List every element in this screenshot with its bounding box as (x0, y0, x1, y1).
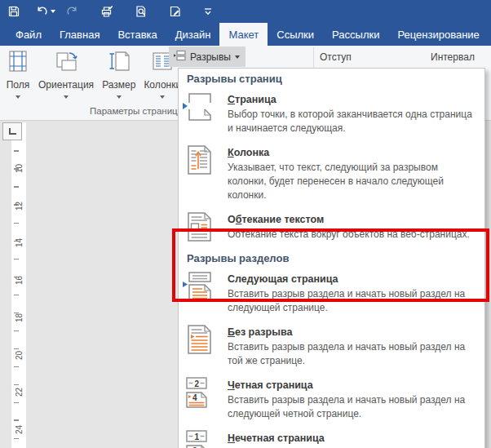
redo-icon (66, 5, 79, 18)
menu-item-column-break[interactable]: Колонка Указывает, что текст, следующий … (179, 141, 484, 208)
margins-button[interactable]: Поля (2, 47, 34, 99)
menu-section-header-section-breaks: Разрывы разделов (179, 248, 484, 268)
menu-item-description: Обтекание текста вокруг объектов на веб-… (228, 228, 477, 242)
menu-item-continuous[interactable]: Без разрыва Вставить разрыв раздела и на… (179, 321, 484, 374)
tab-references[interactable]: Ссылки (268, 23, 323, 46)
indent-label: Отступ (320, 51, 352, 63)
menu-item-odd-page[interactable]: 13 Нечетная страница Вставить разрыв раз… (179, 427, 484, 448)
print-preview-icon (135, 5, 148, 18)
save-icon (7, 5, 20, 18)
text-wrap-icon (182, 211, 215, 242)
menu-item-text-wrapping[interactable]: Обтекание текстом Обтекание текста вокру… (179, 208, 484, 248)
ruler-ticks (14, 134, 19, 448)
menu-item-description: Указывает, что текст, следующий за разры… (228, 161, 477, 202)
left-tab-icon (9, 128, 16, 135)
ruler-number: 14 (15, 238, 24, 248)
page-break-icon (182, 91, 215, 122)
size-icon (107, 49, 131, 77)
edit-document-icon (169, 5, 182, 18)
ribbon-tab-bar: Файл Главная Вставка Дизайн Макет Ссылки… (0, 23, 491, 46)
tab-home[interactable]: Главная (51, 23, 108, 46)
even-page-icon: 24 (182, 377, 215, 408)
orientation-button[interactable]: Ориентация (34, 47, 98, 99)
menu-item-description: Вставить разрыв раздела и начать новый р… (228, 287, 477, 315)
menu-item-page-break[interactable]: Страница Выбор точки, в которой заканчив… (179, 88, 484, 141)
vertical-ruler[interactable]: 10 12 14 16 18 20 22 24 (11, 122, 26, 448)
margins-caret-icon (15, 95, 20, 99)
next-page-icon (182, 271, 215, 302)
menu-item-even-page[interactable]: 24 Четная страница Вставить разрыв разде… (179, 374, 484, 427)
edit-document-button[interactable] (161, 0, 189, 23)
customize-toolbar-button[interactable] (194, 0, 222, 23)
breaks-label: Разрывы (190, 51, 231, 63)
menu-item-description: Вставить разрыв раздела и начать новый р… (228, 393, 477, 421)
page-setup-group: Поля Ориентация Размер Колонки (2, 47, 185, 99)
menu-item-title: Обтекание текстом (228, 214, 324, 225)
ruler-number: 16 (15, 276, 24, 286)
size-button[interactable]: Размер (98, 47, 139, 99)
menu-item-next-page[interactable]: Следующая страница Вставить разрыв разде… (179, 268, 484, 321)
orientation-label: Ориентация (38, 79, 94, 91)
ruler-number: 18 (15, 313, 24, 323)
ruler-number: 24 (15, 425, 24, 435)
menu-item-title: Страница (228, 94, 276, 105)
orientation-icon (54, 49, 78, 77)
columns-caret-icon (160, 95, 165, 99)
redo-button[interactable] (59, 0, 86, 23)
save-button[interactable] (0, 0, 28, 23)
menu-item-title: Следующая страница (228, 273, 338, 285)
size-caret-icon (117, 95, 122, 99)
margins-icon (6, 49, 30, 77)
customize-toolbar-icon (203, 7, 213, 16)
orientation-caret-icon (64, 95, 69, 99)
ruler-number: 12 (15, 202, 24, 211)
menu-item-description: Вставить разрыв раздела и начать новый р… (228, 340, 477, 368)
undo-icon (35, 5, 48, 18)
ruler-number: 10 (15, 164, 24, 174)
margins-label: Поля (7, 79, 30, 91)
page-setup-group-label: Параметры страницы (90, 106, 184, 116)
ruler-number: 22 (15, 388, 24, 397)
svg-text:1: 1 (195, 432, 200, 441)
columns-label: Колонки (144, 79, 181, 91)
menu-item-title: Без разрыва (228, 326, 292, 338)
menu-section-header-page-breaks: Разрывы страниц (179, 69, 484, 88)
tab-selector-button[interactable] (2, 122, 22, 140)
size-label: Размер (102, 79, 135, 91)
breaks-icon (173, 49, 186, 64)
spacing-label: Интервал (431, 51, 475, 63)
print-preview-button[interactable] (127, 0, 155, 23)
tab-review[interactable]: Рецензирование (388, 23, 488, 46)
tab-mailings[interactable]: Рассылки (323, 23, 388, 46)
breaks-dropdown-menu: Разрывы страниц Страница Выбор точки, в … (178, 68, 485, 448)
menu-item-title: Нечетная страница (228, 432, 325, 444)
menu-item-description: Выбор точки, в которой заканчивается одн… (228, 108, 477, 135)
menu-item-title: Колонка (228, 147, 269, 158)
odd-page-icon: 13 (182, 430, 215, 448)
breaks-button[interactable]: Разрывы (169, 47, 246, 67)
menu-item-title: Четная страница (228, 379, 313, 391)
breaks-caret-icon (235, 55, 240, 59)
svg-text:4: 4 (192, 393, 197, 402)
title-bar (0, 0, 491, 23)
quick-print-icon (100, 5, 114, 19)
quick-print-button[interactable] (93, 0, 121, 23)
continuous-icon (182, 324, 215, 355)
ruler-number: 20 (15, 351, 24, 361)
undo-dropdown-caret[interactable] (51, 10, 55, 13)
tab-insert[interactable]: Вставка (108, 23, 166, 46)
tab-design[interactable]: Дизайн (166, 23, 220, 46)
tab-file[interactable]: Файл (7, 23, 51, 46)
svg-text:2: 2 (195, 379, 200, 388)
column-break-icon (182, 144, 215, 175)
tab-layout[interactable]: Макет (219, 23, 268, 46)
